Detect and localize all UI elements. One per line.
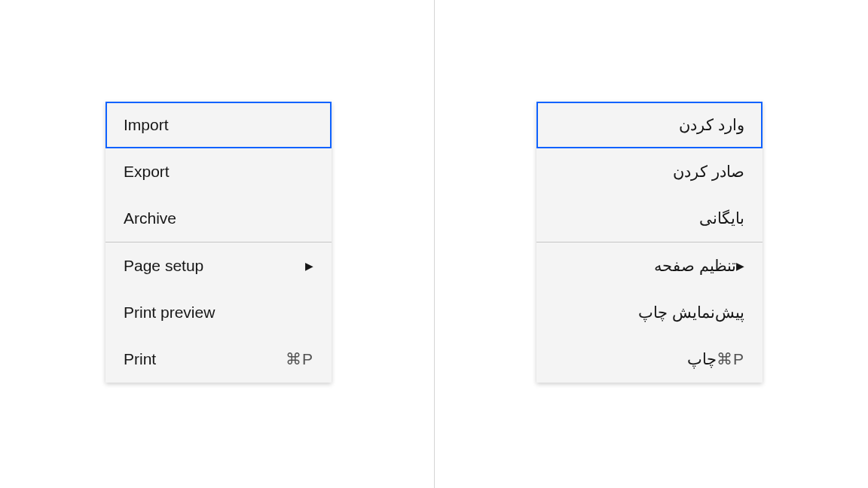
menu-item-label: چاپ (555, 350, 717, 368)
submenu-arrow-icon: ▶ (305, 260, 313, 272)
menu-item-label: Archive (124, 209, 313, 227)
menu-item-archive[interactable]: بایگانی (536, 195, 763, 242)
menu-item-page-setup[interactable]: Page setup ▶ (105, 242, 332, 289)
menu-item-import[interactable]: وارد کردن (536, 102, 763, 148)
menu-item-export[interactable]: Export (105, 148, 332, 195)
menu-item-page-setup[interactable]: تنظیم صفحه ▶ (536, 242, 763, 289)
menu-item-print-preview[interactable]: پیش‌نمایش چاپ (536, 289, 763, 336)
menu-item-label: Print preview (124, 303, 313, 322)
submenu-arrow-icon: ▶ (736, 260, 744, 272)
keyboard-shortcut: ⌘P (717, 350, 744, 368)
menu-item-print[interactable]: چاپ ⌘P (536, 336, 763, 383)
menu-item-print[interactable]: Print ⌘P (105, 336, 332, 383)
menu-item-label: Print (124, 350, 286, 368)
menu-item-print-preview[interactable]: Print preview (105, 289, 332, 336)
context-menu-ltr: Import Export Archive Page setup ▶ Print… (105, 102, 332, 383)
context-menu-rtl: وارد کردن صادر کردن بایگانی تنظیم صفحه ▶… (536, 102, 763, 383)
menu-item-label: بایگانی (555, 209, 744, 227)
menu-item-label: وارد کردن (555, 116, 744, 134)
panel-divider (434, 0, 435, 488)
menu-item-import[interactable]: Import (105, 102, 332, 148)
menu-item-label: صادر کردن (555, 163, 744, 181)
menu-item-label: Page setup (124, 257, 305, 275)
menu-item-label: تنظیم صفحه (555, 257, 736, 275)
menu-item-label: پیش‌نمایش چاپ (555, 303, 744, 322)
menu-item-archive[interactable]: Archive (105, 195, 332, 242)
menu-item-label: Import (124, 116, 313, 134)
keyboard-shortcut: ⌘P (286, 350, 313, 368)
menu-item-export[interactable]: صادر کردن (536, 148, 763, 195)
menu-item-label: Export (124, 163, 313, 181)
